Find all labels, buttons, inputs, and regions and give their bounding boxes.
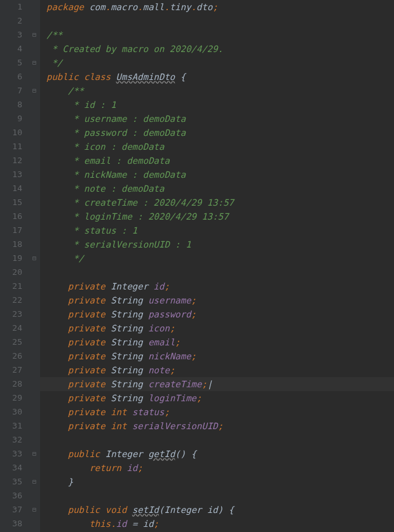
line-number: 36 — [0, 489, 29, 503]
line-number: 6 — [0, 70, 29, 84]
line-number: 29 — [0, 391, 29, 405]
code-line[interactable]: /** — [40, 84, 394, 98]
token-brace: { — [191, 449, 196, 459]
code-line[interactable]: * username : demoData — [40, 112, 394, 126]
token-ident: dto — [196, 2, 212, 12]
line-number: 19 — [0, 251, 29, 265]
code-line[interactable]: public Integer getId() { — [40, 447, 394, 461]
code-line[interactable] — [40, 265, 394, 279]
code-line[interactable]: private String email; — [40, 335, 394, 349]
line-number-gutter: 1234567891011121314151617181920212223242… — [0, 0, 29, 532]
code-editor[interactable]: 1234567891011121314151617181920212223242… — [0, 0, 394, 532]
code-line[interactable]: * status : 1 — [40, 223, 394, 237]
line-number: 27 — [0, 363, 29, 377]
line-number: 9 — [0, 112, 29, 126]
fold-marker — [29, 140, 40, 154]
code-line[interactable]: private Integer id; — [40, 279, 394, 293]
code-line[interactable] — [40, 14, 394, 28]
code-line[interactable]: * nickName : demoData — [40, 168, 394, 182]
token-kw: public class — [46, 72, 116, 82]
code-line[interactable]: private String loginTime; — [40, 391, 394, 405]
token-comment: * createTime : 2020/4/29 13:57 — [68, 197, 234, 208]
token-kw: return — [89, 463, 126, 473]
fold-marker — [29, 182, 40, 196]
token-comment: * icon : demoData — [68, 142, 165, 152]
token-ident: com — [89, 2, 105, 12]
code-line[interactable]: * serialVersionUID : 1 — [40, 237, 394, 251]
line-number: 17 — [0, 223, 29, 237]
code-line[interactable] — [40, 489, 394, 503]
code-line[interactable]: */ — [40, 251, 394, 265]
token-kw: public — [68, 505, 105, 515]
code-line[interactable]: /** — [40, 28, 394, 42]
token-field: username — [148, 295, 191, 305]
fold-marker — [29, 237, 40, 251]
token-kw: private — [68, 421, 111, 431]
token-field: status — [132, 407, 165, 417]
token-punct: ; — [170, 365, 175, 375]
code-line[interactable]: * password : demoData — [40, 126, 394, 140]
line-number: 20 — [0, 265, 29, 279]
fold-marker[interactable]: ⊟ — [29, 503, 40, 517]
token-punct: . — [111, 519, 116, 529]
token-punct: ; — [191, 309, 196, 319]
token-kw: void — [105, 505, 132, 515]
code-line[interactable]: private String createTime;| — [40, 377, 394, 391]
fold-gutter: ⊟⊟⊟⊟⊟⊟⊟ — [29, 0, 40, 532]
fold-marker[interactable]: ⊟ — [29, 56, 40, 70]
fold-marker[interactable]: ⊟ — [29, 447, 40, 461]
code-line[interactable]: * Created by macro on 2020/4/29. — [40, 42, 394, 56]
fold-marker[interactable]: ⊟ — [29, 84, 40, 98]
line-number: 16 — [0, 209, 29, 223]
code-line[interactable]: private String nickName; — [40, 349, 394, 363]
code-line[interactable]: * loginTime : 2020/4/29 13:57 — [40, 209, 394, 223]
code-area[interactable]: package com.macro.mall.tiny.dto;/** * Cr… — [40, 0, 394, 532]
code-line[interactable]: private String icon; — [40, 321, 394, 335]
token-comment: */ — [68, 253, 84, 263]
token-kw: private — [68, 281, 111, 291]
fold-marker — [29, 335, 40, 349]
code-line[interactable]: private int status; — [40, 405, 394, 419]
code-line[interactable]: */ — [40, 56, 394, 70]
token-comment: /** — [46, 30, 62, 40]
code-line[interactable]: private String username; — [40, 293, 394, 307]
fold-marker[interactable]: ⊟ — [29, 475, 40, 489]
fold-marker — [29, 419, 40, 433]
token-type: String — [111, 309, 148, 319]
code-line[interactable]: private String password; — [40, 307, 394, 321]
code-line[interactable]: * createTime : 2020/4/29 13:57 — [40, 196, 394, 209]
line-number: 37 — [0, 503, 29, 517]
code-line[interactable]: this.id = id; — [40, 517, 394, 531]
token-punct: . — [137, 2, 142, 12]
token-field: id — [126, 463, 137, 473]
code-line[interactable]: package com.macro.mall.tiny.dto; — [40, 0, 394, 14]
token-field: note — [148, 365, 170, 375]
token-ident: tiny — [170, 2, 191, 12]
line-number: 14 — [0, 182, 29, 196]
fold-marker — [29, 377, 40, 391]
token-punct: ; — [170, 323, 175, 333]
token-comment: * loginTime : 2020/4/29 13:57 — [68, 211, 229, 222]
code-line[interactable]: } — [40, 475, 394, 489]
line-number: 24 — [0, 321, 29, 335]
fold-marker — [29, 293, 40, 307]
code-line[interactable]: private int serialVersionUID; — [40, 419, 394, 433]
code-line[interactable]: public class UmsAdminDto { — [40, 70, 394, 84]
code-line[interactable]: public void setId(Integer id) { — [40, 503, 394, 517]
code-line[interactable]: * icon : demoData — [40, 140, 394, 154]
fold-marker[interactable]: ⊟ — [29, 251, 40, 265]
token-comment: * nickName : demoData — [68, 170, 186, 180]
code-line[interactable]: * email : demoData — [40, 154, 394, 168]
fold-marker[interactable]: ⊟ — [29, 28, 40, 42]
token-comment: * username : demoData — [68, 114, 186, 124]
code-line[interactable]: * note : demoData — [40, 182, 394, 196]
token-kw: private — [68, 379, 111, 389]
token-type: Integer — [111, 281, 153, 291]
code-line[interactable]: private String note; — [40, 363, 394, 377]
code-line[interactable] — [40, 433, 394, 447]
line-number: 13 — [0, 168, 29, 182]
token-underline: setId — [132, 505, 159, 515]
token-field: serialVersionUID — [132, 421, 218, 431]
code-line[interactable]: * id : 1 — [40, 98, 394, 112]
code-line[interactable]: return id; — [40, 461, 394, 475]
